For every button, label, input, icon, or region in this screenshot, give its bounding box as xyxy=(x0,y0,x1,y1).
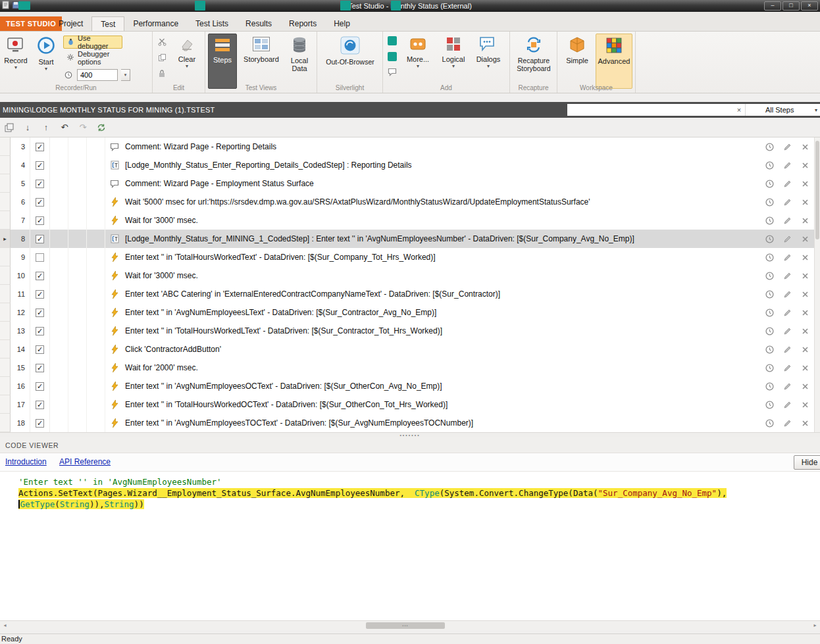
step-checkbox[interactable]: ✓ xyxy=(36,198,44,207)
step-checkbox[interactable]: ✓ xyxy=(36,143,44,151)
maximize-button[interactable]: □ xyxy=(782,1,800,11)
hide-button[interactable]: Hide xyxy=(794,455,820,470)
step-row[interactable]: 13✓Enter text '' in 'TotalHoursWorkedLTe… xyxy=(0,322,820,340)
step-row[interactable]: 17✓Enter text '' in 'TotalHoursWorkedOCT… xyxy=(0,395,820,414)
more-dropdown-icon[interactable]: ▾ xyxy=(417,64,419,69)
clear-dropdown-icon[interactable]: ▾ xyxy=(186,64,188,69)
app-icon[interactable] xyxy=(2,0,10,12)
step-description[interactable]: Enter text 'ABC Catering' in 'ExternalEn… xyxy=(125,289,500,299)
row-handle[interactable] xyxy=(0,359,11,377)
delay-input[interactable] xyxy=(77,69,118,81)
delete-icon[interactable] xyxy=(800,289,809,299)
delete-icon[interactable] xyxy=(800,216,809,225)
delete-icon[interactable] xyxy=(800,161,809,170)
record-step-icon[interactable] xyxy=(387,36,397,45)
clock-icon[interactable] xyxy=(765,345,774,354)
step-description[interactable]: Enter text '' in 'AvgNumEmployeesOCText'… xyxy=(125,382,442,391)
delete-icon[interactable] xyxy=(800,345,809,354)
record-button[interactable]: Record ▾ xyxy=(1,34,30,84)
scrollbar-thumb[interactable]: ••• xyxy=(366,622,445,629)
step-description[interactable]: Click 'ContractorAddButton' xyxy=(125,345,221,354)
clock-icon[interactable] xyxy=(765,142,774,151)
simple-workspace-button[interactable]: Simple xyxy=(560,34,594,84)
step-row[interactable]: 12✓Enter text '' in 'AvgNumEmployeesLTex… xyxy=(0,303,820,322)
clock-icon[interactable] xyxy=(765,418,774,428)
row-handle[interactable] xyxy=(0,174,11,193)
api-reference-link[interactable]: API Reference xyxy=(59,457,111,466)
local-data-button[interactable]: Local Data xyxy=(284,34,315,84)
clock-icon[interactable] xyxy=(765,382,774,391)
code-lines[interactable]: 'Enter text '' in 'AvgNumEmployeesNumber… xyxy=(0,472,820,620)
row-handle[interactable] xyxy=(0,414,11,432)
step-description[interactable]: Wait '5000' msec for url:'https://srsdev… xyxy=(125,197,590,207)
delay-dropdown-icon[interactable]: ▾ xyxy=(121,69,130,81)
pencil-icon[interactable] xyxy=(782,197,792,207)
pencil-icon[interactable] xyxy=(782,142,792,151)
delete-icon[interactable] xyxy=(800,418,809,428)
step-checkbox[interactable]: ✓ xyxy=(36,382,44,391)
storyboard-button[interactable]: Storyboard xyxy=(241,34,282,84)
step-description[interactable]: Wait for '3000' msec. xyxy=(125,216,198,225)
step-row[interactable]: 6✓Wait '5000' msec for url:'https://srsd… xyxy=(0,193,820,211)
step-description[interactable]: [Lodge_Monthly_Status_for_MINING_1_Coded… xyxy=(125,234,634,243)
pencil-icon[interactable] xyxy=(782,234,792,243)
steps-view-button[interactable]: Steps xyxy=(208,34,237,89)
use-debugger-toggle[interactable]: Use debugger xyxy=(63,36,122,49)
step-checkbox[interactable]: ✓ xyxy=(36,309,44,317)
clock-icon[interactable] xyxy=(765,197,774,207)
undo-icon[interactable]: ↶ xyxy=(59,122,70,134)
more-button[interactable]: More... ▾ xyxy=(401,34,434,84)
clock-icon[interactable] xyxy=(765,400,774,409)
delete-icon[interactable] xyxy=(800,400,809,409)
clock-icon[interactable] xyxy=(765,289,774,299)
step-row[interactable]: 18✓Enter text '' in 'AvgNumEmployeesTOCT… xyxy=(0,414,820,432)
step-checkbox[interactable]: ✓ xyxy=(36,235,44,243)
step-row[interactable]: 7✓Wait for '3000' msec. xyxy=(0,211,820,230)
step-description[interactable]: Enter text '' in 'TotalHoursWorkedText' … xyxy=(125,253,436,262)
steps-filter-dropdown[interactable]: All Steps ▾ xyxy=(745,104,820,116)
scroll-left-icon[interactable]: ◂ xyxy=(0,621,10,630)
horizontal-scrollbar[interactable]: ◂ ▸ ••• xyxy=(0,620,820,630)
row-handle[interactable] xyxy=(0,248,11,266)
pencil-icon[interactable] xyxy=(782,326,792,335)
tab-performance[interactable]: Performance xyxy=(124,16,187,31)
scroll-right-icon[interactable]: ▸ xyxy=(810,621,820,630)
clock-icon[interactable] xyxy=(765,326,774,335)
introduction-link[interactable]: Introduction xyxy=(5,457,47,466)
delete-icon[interactable] xyxy=(800,363,809,372)
clock-icon[interactable] xyxy=(765,363,774,372)
pencil-icon[interactable] xyxy=(782,289,792,299)
row-handle[interactable] xyxy=(0,395,11,414)
tab-results[interactable]: Results xyxy=(237,16,280,31)
row-handle[interactable] xyxy=(0,137,11,156)
refresh-steps-icon[interactable] xyxy=(95,122,107,134)
start-dropdown-icon[interactable]: ▾ xyxy=(45,66,47,72)
search-clear-icon[interactable]: × xyxy=(733,106,745,114)
step-checkbox[interactable]: ✓ xyxy=(36,272,44,280)
step-checkbox[interactable]: ✓ xyxy=(36,290,44,299)
dialogs-button[interactable]: Dialogs ▾ xyxy=(471,34,505,84)
advanced-workspace-button[interactable]: Advanced xyxy=(596,34,632,89)
dialogs-dropdown-icon[interactable]: ▾ xyxy=(487,64,490,69)
delete-icon[interactable] xyxy=(800,382,809,391)
logical-button[interactable]: Logical ▾ xyxy=(438,34,469,84)
step-checkbox[interactable]: ✓ xyxy=(36,161,44,170)
minimize-button[interactable]: – xyxy=(764,1,781,11)
step-checkbox[interactable]: ✓ xyxy=(36,401,44,409)
step-description[interactable]: Enter text '' in 'AvgNumEmployeesLText' … xyxy=(125,308,436,317)
step-description[interactable]: Comment: Wizard Page - Employment Status… xyxy=(125,179,314,188)
clock-icon[interactable] xyxy=(765,216,774,225)
step-description[interactable]: [Lodge_Monthly_Status_Enter_Reporting_De… xyxy=(125,161,412,170)
cut-icon[interactable] xyxy=(157,37,167,47)
record-dropdown-icon[interactable]: ▾ xyxy=(14,65,17,70)
pencil-icon[interactable] xyxy=(782,216,792,225)
delete-icon[interactable] xyxy=(800,179,809,188)
move-up-icon[interactable]: ↑ xyxy=(40,122,52,134)
step-row[interactable]: 15✓Wait for '2000' msec. xyxy=(0,359,820,377)
row-handle[interactable] xyxy=(0,322,11,340)
clock-icon[interactable] xyxy=(765,308,774,317)
step-checkbox[interactable]: ✓ xyxy=(36,364,44,372)
row-handle[interactable] xyxy=(0,266,11,285)
step-checkbox[interactable] xyxy=(36,253,44,262)
step-row[interactable]: 16✓Enter text '' in 'AvgNumEmployeesOCTe… xyxy=(0,377,820,395)
